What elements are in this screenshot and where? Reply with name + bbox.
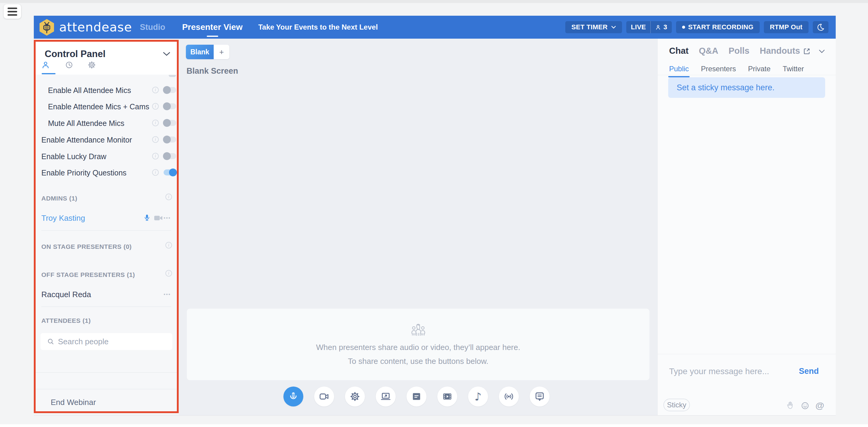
toggle-switch[interactable] <box>163 153 176 159</box>
music-button[interactable]: ♪ <box>468 387 488 406</box>
divider <box>41 231 171 231</box>
slides-icon <box>411 391 422 402</box>
chat-message-input[interactable] <box>669 367 784 376</box>
hamburger-icon <box>7 7 17 9</box>
camera-off-icon[interactable] <box>154 214 163 222</box>
chat-tab-bar: Chat Q&A Polls Handouts <box>669 46 800 56</box>
more-options-icon[interactable]: ••• <box>163 292 171 298</box>
stage-area: Blank + Blank Screen When presenters sha… <box>179 39 657 415</box>
on-stage-section-header: ON STAGE PRESENTERS (0) <box>41 243 132 250</box>
video-clip-button[interactable] <box>437 387 457 406</box>
toggle-row: Mute All Attendee Mics i <box>36 119 177 128</box>
subtab-presenters[interactable]: Presenters <box>701 65 736 77</box>
search-people-input[interactable] <box>58 337 161 346</box>
nav-active-underline <box>207 36 218 37</box>
chevron-down-icon <box>611 26 616 29</box>
dark-mode-button[interactable] <box>813 21 829 33</box>
control-panel-header: Control Panel <box>36 42 177 74</box>
camera-button[interactable] <box>314 387 334 406</box>
scene-tab-blank[interactable]: Blank <box>186 45 214 59</box>
live-status-badge[interactable]: LIVE 3 <box>626 21 672 33</box>
viewer-count: 3 <box>651 21 672 33</box>
emoji-icon[interactable] <box>801 401 809 410</box>
tab-settings[interactable] <box>88 60 96 71</box>
divider <box>36 389 177 389</box>
mention-icon[interactable]: @ <box>815 400 824 411</box>
header-tagline: Take Your Events to the Next Level <box>258 23 378 31</box>
sticky-message-banner[interactable]: Set a sticky message here. <box>668 77 825 98</box>
toggle-switch[interactable] <box>163 120 176 126</box>
tab-chat[interactable]: Chat <box>669 46 688 56</box>
chat-subtab-bar: Public Presenters Private Twitter <box>669 65 804 77</box>
chat-panel: Chat Q&A Polls Handouts Public Presenter… <box>657 39 836 415</box>
hamburger-menu-button[interactable] <box>4 4 21 19</box>
person-icon <box>41 60 50 69</box>
info-icon[interactable]: i <box>152 103 159 110</box>
raise-hand-icon[interactable] <box>785 401 795 410</box>
gear-icon <box>88 60 96 69</box>
send-button[interactable]: Send <box>799 367 819 376</box>
tab-history[interactable] <box>65 60 73 71</box>
subtab-twitter[interactable]: Twitter <box>783 65 804 77</box>
chat-overlay-button[interactable] <box>530 387 550 406</box>
collapse-panel-chevron-icon[interactable] <box>163 52 170 57</box>
sticky-toggle-button[interactable]: Sticky <box>663 399 690 411</box>
set-timer-button[interactable]: SET TIMER <box>565 21 622 33</box>
moon-icon <box>817 23 825 31</box>
presenter-name[interactable]: Racquel Reda <box>41 290 91 299</box>
slides-button[interactable] <box>406 387 427 406</box>
info-icon[interactable]: i <box>152 169 159 176</box>
attendees-section-header: ATTENDEES (1) <box>41 317 91 324</box>
toggle-switch[interactable] <box>163 103 176 109</box>
tab-people[interactable] <box>41 60 50 71</box>
comment-icon <box>534 391 545 402</box>
empty-stage-message: To share content, use the buttons below. <box>348 355 488 367</box>
info-icon[interactable]: i <box>152 120 159 126</box>
screenshare-button[interactable] <box>376 387 396 406</box>
info-icon[interactable]: i <box>152 87 159 93</box>
app-bottom-divider <box>34 415 836 416</box>
empty-stage-message: When presenters share audio or video, th… <box>316 341 520 353</box>
chevron-down-icon[interactable] <box>819 50 825 53</box>
toggle-switch[interactable] <box>163 170 176 176</box>
top-page-strip <box>0 0 868 3</box>
broadcast-icon <box>503 391 514 402</box>
info-icon[interactable]: i <box>152 136 159 143</box>
divider <box>658 354 836 354</box>
admin-name[interactable]: Troy Kasting <box>41 214 85 223</box>
video-clip-icon <box>442 391 453 402</box>
mic-icon <box>288 391 299 402</box>
scrolled-toggle-fragment <box>169 75 176 77</box>
nav-presenter-view[interactable]: Presenter View <box>182 22 242 32</box>
toggle-switch[interactable] <box>163 87 176 93</box>
scene-tab-bar: Blank + <box>186 45 229 59</box>
info-icon[interactable]: i <box>165 270 172 277</box>
subtab-public[interactable]: Public <box>669 65 689 77</box>
start-recording-button[interactable]: START RECORDING <box>676 21 760 33</box>
add-scene-tab-button[interactable]: + <box>214 45 229 59</box>
brand-name: attendease <box>59 20 132 34</box>
toggle-row: Enable Attendance Monitor i <box>36 135 177 144</box>
settings-button[interactable] <box>345 387 365 406</box>
info-icon[interactable]: i <box>165 193 172 200</box>
tab-polls[interactable]: Polls <box>728 46 749 56</box>
app-header: attendease Studio Presenter View Take Yo… <box>34 16 836 39</box>
end-webinar-button[interactable]: End Webinar <box>51 398 96 407</box>
subtab-private[interactable]: Private <box>748 65 771 77</box>
toggle-row: Enable Priority Questions i <box>36 168 177 177</box>
toggle-row: Enable All Attendee Mics i <box>36 86 177 95</box>
mic-button[interactable] <box>283 387 303 406</box>
info-icon[interactable]: i <box>165 242 172 248</box>
tab-handouts[interactable]: Handouts <box>760 46 800 56</box>
rtmp-out-button[interactable]: RTMP Out <box>764 21 809 33</box>
attendease-bee-logo-icon <box>39 19 55 36</box>
tab-qa[interactable]: Q&A <box>699 46 718 56</box>
broadcast-button[interactable] <box>499 387 519 406</box>
toggle-switch[interactable] <box>163 136 176 143</box>
info-icon[interactable]: i <box>152 153 159 159</box>
control-panel-title: Control Panel <box>45 49 105 60</box>
gear-icon <box>350 391 360 402</box>
more-options-icon[interactable]: ••• <box>163 215 171 221</box>
pop-out-icon[interactable] <box>803 47 811 56</box>
mic-on-icon[interactable] <box>143 213 151 222</box>
